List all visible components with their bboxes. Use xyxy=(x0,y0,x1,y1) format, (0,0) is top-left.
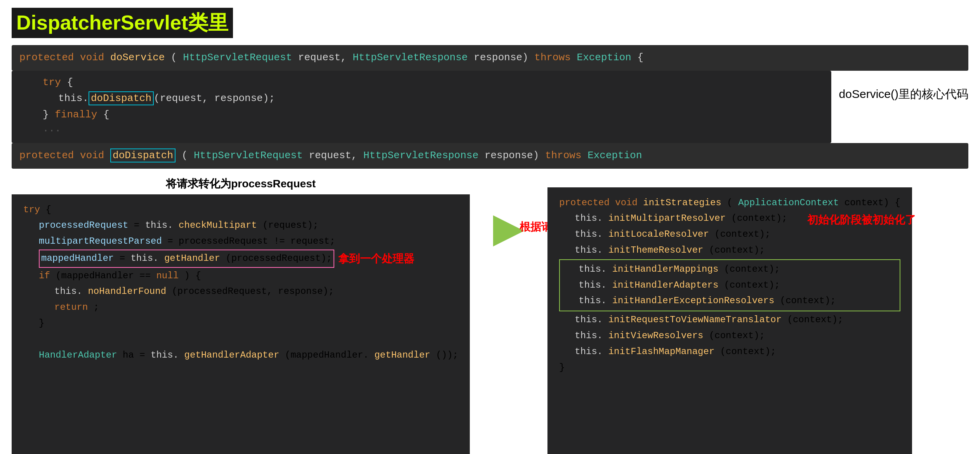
line-mapped-handler: mappedHandler = this. getHandler (proces… xyxy=(23,250,458,268)
right-line-8: this. initRequestToViewNameTranslator (c… xyxy=(559,312,900,328)
right-line-1: protected void initStrategies ( Applicat… xyxy=(559,195,900,211)
kw-throws-1: throws xyxy=(534,52,577,63)
right-line-4: this. initThemeResolver (context); xyxy=(559,243,900,258)
label-naDao: 拿到一个处理器 xyxy=(338,250,414,268)
doDispatch-highlighted: doDispatch xyxy=(89,91,154,105)
param-response: response) xyxy=(474,52,534,63)
line-if-null: if (mappedHandler == null ) { xyxy=(23,268,458,284)
class-exception-1: Exception xyxy=(577,52,631,63)
line-processed-req: processedRequest = this. checkMultipart … xyxy=(23,218,458,234)
label-chuShiHua: 初始化阶段被初始化了 xyxy=(807,211,916,229)
finally-line: } finally { xyxy=(43,107,820,123)
line-try: try { xyxy=(23,202,458,218)
right-line-7: this. initHandlerExceptionResolvers (con… xyxy=(563,293,897,309)
label-processRequest: 将请求转化为processRequest xyxy=(12,176,470,191)
kw-protected: protected xyxy=(19,52,80,63)
right-line-5: this. initHandlerMappings (context); xyxy=(563,262,897,278)
do-service-block: protected void doService ( HttpServletRe… xyxy=(12,45,968,71)
right-code-panel: 初始化阶段被初始化了 protected void initStrategies… xyxy=(547,187,912,454)
line-multipart: multipartRequestParsed = processedReques… xyxy=(23,234,458,250)
left-panel-wrapper: 将请求转化为processRequest try { processedRequ… xyxy=(12,176,470,454)
doDispatch-method-sig: doDispatch xyxy=(110,148,175,162)
right-line-close: } xyxy=(559,360,900,376)
right-line-10: this. initFlashMapManager (context); xyxy=(559,344,900,360)
title-section: DispatcherServlet类里 xyxy=(12,8,968,38)
do-service-params: ( xyxy=(171,52,177,63)
try-block: try { this.doDispatch(request, response)… xyxy=(12,71,831,143)
mapped-handler-outline: mappedHandler = this. getHandler (proces… xyxy=(39,250,334,268)
ellipsis-line: ··· xyxy=(43,123,820,139)
do-dispatch-block: protected void doDispatch ( HttpServletR… xyxy=(12,143,968,169)
middle-section: 将请求转化为processRequest try { processedRequ… xyxy=(12,176,968,454)
try-block-annotation: try { this.doDispatch(request, response)… xyxy=(12,71,968,143)
try-line: try { xyxy=(43,75,820,91)
class-httpservlet-resp: HttpServletResponse xyxy=(353,52,467,63)
class-httpservlet-req: HttpServletRequest xyxy=(183,52,292,63)
param-request: request, xyxy=(298,52,353,63)
line-close-if: } xyxy=(23,316,458,332)
right-panel-wrapper: 初始化阶段被初始化了 protected void initStrategies… xyxy=(547,176,912,454)
line-handler-adapter: HandlerAdapter ha = this. getHandlerAdap… xyxy=(23,347,458,363)
top-section: protected void doService ( HttpServletRe… xyxy=(12,45,968,169)
kw-void: void xyxy=(80,52,110,63)
page-title: DispatcherServlet类里 xyxy=(12,8,233,38)
line-return: return ; xyxy=(23,300,458,316)
line-no-handler: this. noHandlerFound (processedRequest, … xyxy=(23,284,458,300)
this-dispatch-line: this.doDispatch(request, response); xyxy=(43,91,820,107)
green-outline-block: this. initHandlerMappings (context); thi… xyxy=(559,259,900,311)
do-service-annotation: doService()里的核心代码 xyxy=(839,71,968,102)
right-line-6: this. initHandlerAdapters (context); xyxy=(563,278,897,293)
line-empty xyxy=(23,332,458,347)
do-service-method: doService xyxy=(110,52,165,63)
page-container: DispatcherServlet类里 protected void doSer… xyxy=(0,0,980,454)
try-code-area: try { this.doDispatch(request, response)… xyxy=(12,71,831,143)
right-line-9: this. initViewResolvers (context); xyxy=(559,328,900,344)
left-code-panel: try { processedRequest = this. checkMult… xyxy=(12,194,470,454)
